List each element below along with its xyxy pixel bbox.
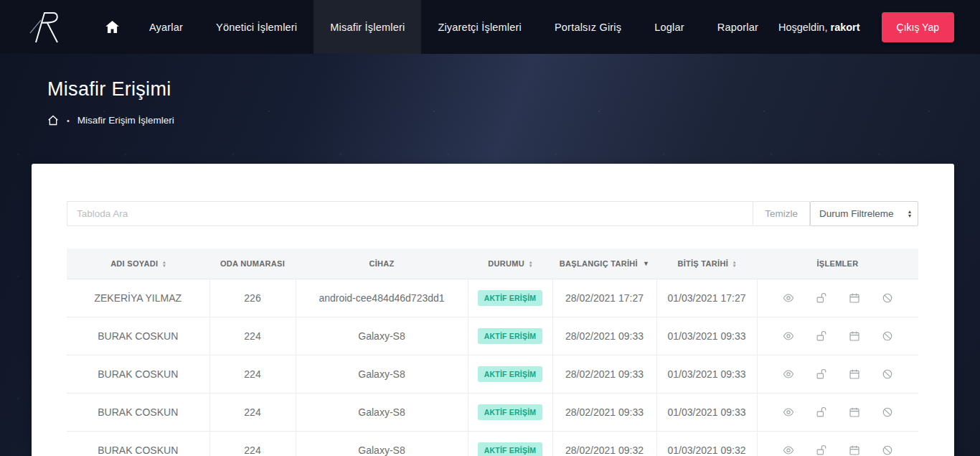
device-name: Galaxy-S8 [296,317,468,355]
table-header-row: ADI SOYADI▴▾ ODA NUMARASI CİHAZ DURUMU▴▾… [67,248,918,279]
top-nav: Ayarlar Yönetici İşlemleri Misafir İşlem… [0,0,980,54]
block-action[interactable] [872,445,903,456]
select-arrows-icon: ▴▾ [908,210,911,218]
column-header-islemler: İŞLEMLER [757,248,918,279]
guest-name: BURAK COSKUN [67,317,209,355]
extend-date-action[interactable] [839,445,870,456]
clear-button[interactable]: Temizle [753,201,810,226]
calendar-icon [849,292,860,304]
unlock-action[interactable] [806,292,837,304]
unlock-action[interactable] [806,445,837,456]
column-header-baslangic-tarihi[interactable]: BAŞLANGIÇ TARİHİ▼ [552,248,656,279]
view-action[interactable] [773,445,804,456]
view-action[interactable] [773,406,804,418]
column-label: ODA NUMARASI [220,259,285,268]
block-action[interactable] [872,368,903,380]
room-number: 224 [209,355,296,393]
breadcrumb-separator: • [67,116,70,125]
start-date: 28/02/2021 09:32 [552,431,656,456]
column-label: BİTİŞ TARİHİ [677,259,728,268]
unlock-icon [816,368,827,380]
unlock-action[interactable] [806,406,837,418]
page-header: Misafir Erişimi • Misafir Erişim İşlemle… [0,54,980,126]
guest-access-table: ADI SOYADI▴▾ ODA NUMARASI CİHAZ DURUMU▴▾… [67,248,918,456]
nav-item-ziyaretci-islemleri[interactable]: Ziyaretçi İşlemleri [421,0,538,54]
nav-item-home[interactable] [92,0,133,54]
ban-icon [882,330,893,342]
nav-item-misafir-islemleri[interactable]: Misafir İşlemleri [314,0,421,54]
actions-cell [757,393,918,431]
table-row: ZEKERİYA YILMAZ 226 android-cee484d46d72… [67,279,918,317]
breadcrumb-current: Misafir Erişim İşlemleri [77,115,174,126]
sort-icon: ▴▾ [529,260,532,267]
eye-icon [783,445,794,456]
home-icon [105,21,119,33]
room-number: 224 [209,317,296,355]
username: rakort [830,22,859,33]
extend-date-action[interactable] [839,330,870,342]
search-input[interactable] [67,201,753,226]
column-label: DURUMU [488,259,524,268]
column-label: İŞLEMLER [816,259,858,268]
column-header-bitis-tarihi[interactable]: BİTİŞ TARİHİ▴▾ [656,248,757,279]
column-header-adi-soyadi[interactable]: ADI SOYADI▴▾ [67,248,209,279]
breadcrumb: • Misafir Erişim İşlemleri [47,115,980,126]
eye-icon [783,330,794,342]
unlock-icon [816,292,827,304]
end-date: 01/03/2021 09:32 [656,431,757,456]
calendar-icon [849,406,860,418]
column-header-oda-numarasi[interactable]: ODA NUMARASI [209,248,296,279]
extend-date-action[interactable] [839,406,870,418]
column-header-cihaz[interactable]: CİHAZ [296,248,468,279]
start-date: 28/02/2021 09:33 [552,393,656,431]
calendar-icon [849,368,860,380]
view-action[interactable] [773,330,804,342]
calendar-icon [849,330,860,342]
actions-cell [757,355,918,393]
guest-name: BURAK COSKUN [67,355,209,393]
block-action[interactable] [872,406,903,418]
extend-date-action[interactable] [839,368,870,380]
brand-logo[interactable] [26,11,65,44]
sort-icon: ▴▾ [733,260,736,267]
logo-icon [26,11,65,44]
unlock-action[interactable] [806,368,837,380]
actions-cell [757,279,918,317]
table-row: BURAK COSKUN 224 Galaxy-S8 AKTİF ERİŞİM … [67,317,918,355]
block-action[interactable] [872,292,903,304]
end-date: 01/03/2021 17:27 [656,279,757,317]
breadcrumb-home-icon[interactable] [47,115,59,126]
extend-date-action[interactable] [839,292,870,304]
eye-icon [783,292,794,304]
view-action[interactable] [773,368,804,380]
page-title: Misafir Erişimi [47,78,980,101]
view-action[interactable] [773,292,804,304]
column-header-durumu[interactable]: DURUMU▴▾ [468,248,552,279]
unlock-icon [816,406,827,418]
calendar-icon [849,445,860,456]
table-row: BURAK COSKUN 224 Galaxy-S8 AKTİF ERİŞİM … [67,431,918,456]
nav-item-loglar[interactable]: Loglar [638,0,701,54]
nav-item-ayarlar[interactable]: Ayarlar [133,0,199,54]
status-filter-label: Durum Filtreleme [819,208,894,219]
start-date: 28/02/2021 09:33 [552,317,656,355]
nav-item-yonetici-islemleri[interactable]: Yönetici İşlemleri [199,0,314,54]
nav-item-portalsiz-giris[interactable]: Portalsız Giriş [538,0,638,54]
actions-cell [757,317,918,355]
status-badge: AKTİF ERİŞİM [478,290,542,306]
unlock-icon [816,445,827,456]
table-row: BURAK COSKUN 224 Galaxy-S8 AKTİF ERİŞİM … [67,393,918,431]
room-number: 226 [209,279,296,317]
sort-desc-icon: ▼ [643,260,649,267]
logout-button[interactable]: Çıkış Yap [882,12,954,42]
nav-item-raporlar[interactable]: Raporlar [701,0,775,54]
content-card: Temizle Durum Filtreleme ▴▾ ADI SOYADI▴▾… [32,164,954,456]
unlock-action[interactable] [806,330,837,342]
status-filter-select[interactable]: Durum Filtreleme ▴▾ [810,201,918,226]
eye-icon [783,368,794,380]
room-number: 224 [209,431,296,456]
block-action[interactable] [872,330,903,342]
welcome-text: Hoşgeldin, rakort [778,22,860,33]
column-label: BAŞLANGIÇ TARİHİ [560,259,638,268]
eye-icon [783,406,794,418]
